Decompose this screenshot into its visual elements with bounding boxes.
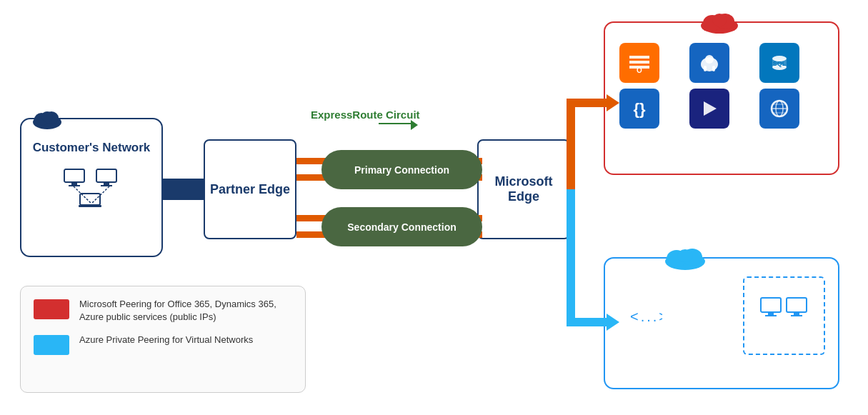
svg-rect-24 <box>704 66 707 71</box>
expressroute-label: ExpressRoute Circuit <box>311 109 420 121</box>
primary-connection-pill: Primary Connection <box>321 150 482 189</box>
svg-text:{}: {} <box>633 100 646 118</box>
partner-edge-label: Partner Edge <box>210 182 290 197</box>
svg-text:<...>: <...> <box>630 311 662 323</box>
media-services-icon <box>689 89 729 129</box>
network-icons <box>52 168 131 218</box>
svg-rect-25 <box>712 66 715 71</box>
legend-text-red: Microsoft Peering for Office 365, Dynami… <box>79 298 292 324</box>
svg-rect-45 <box>794 312 799 315</box>
svg-point-40 <box>677 249 693 262</box>
blue-vertical-line <box>567 189 575 325</box>
svg-rect-19 <box>629 61 649 64</box>
orange-horizontal-line <box>567 99 609 107</box>
secondary-connection-label: Secondary Connection <box>347 221 456 233</box>
bing-maps-icon <box>759 89 799 129</box>
office-icons-grid: O SQL <box>614 37 829 134</box>
main-diagram: Customer's Network <box>0 0 868 415</box>
legend-color-red <box>34 299 69 319</box>
legend-item-red: Microsoft Peering for Office 365, Dynami… <box>34 298 292 324</box>
azure-private-peering-box: <...> <box>604 257 839 389</box>
svg-rect-46 <box>791 315 802 316</box>
primary-connection-label: Primary Connection <box>354 164 449 176</box>
secondary-connection-pill: Secondary Connection <box>321 207 482 246</box>
legend-box: Microsoft Peering for Office 365, Dynami… <box>20 286 306 393</box>
microsoft-edge-box: Microsoft Edge <box>477 139 570 239</box>
hdinsight-icon <box>689 43 729 83</box>
cosmos-db-icon: {} <box>619 89 659 129</box>
svg-rect-44 <box>787 298 807 312</box>
svg-text:SQL: SQL <box>773 60 787 67</box>
legend-item-blue: Azure Private Peering for Virtual Networ… <box>34 334 292 355</box>
office365-icon: O <box>619 43 659 83</box>
office-services-box: O SQL <box>604 21 839 175</box>
legend-color-blue <box>34 335 69 355</box>
svg-line-13 <box>91 186 109 204</box>
customer-cloud-icon <box>30 106 64 134</box>
azure-inner-box <box>743 276 825 355</box>
customer-network-label: Customer's Network <box>33 141 151 155</box>
blue-horizontal-line <box>567 318 609 326</box>
office-cloud-icon <box>698 7 741 37</box>
azure-dots: <...> <box>627 309 662 327</box>
svg-rect-42 <box>768 312 774 315</box>
svg-rect-43 <box>765 315 777 316</box>
svg-point-3 <box>41 111 53 121</box>
expressroute-arrow-line <box>379 123 411 124</box>
svg-line-12 <box>74 186 91 204</box>
partner-edge-box: Partner Edge <box>204 139 296 239</box>
orange-arrowhead <box>607 94 619 111</box>
svg-rect-18 <box>629 56 649 59</box>
blue-arrowhead <box>607 314 619 331</box>
customer-to-partner-connector <box>163 179 204 200</box>
svg-text:O: O <box>637 66 642 74</box>
svg-point-23 <box>705 55 714 64</box>
svg-point-17 <box>712 14 727 26</box>
azure-cloud-icon <box>662 241 709 273</box>
microsoft-edge-label: Microsoft Edge <box>479 174 569 204</box>
svg-rect-41 <box>761 298 781 312</box>
customer-network-box: Customer's Network <box>20 118 163 257</box>
legend-text-blue: Azure Private Peering for Virtual Networ… <box>79 334 253 346</box>
sql-database-icon: SQL <box>759 43 799 83</box>
expressroute-arrowhead <box>411 120 418 130</box>
svg-marker-31 <box>704 101 717 116</box>
